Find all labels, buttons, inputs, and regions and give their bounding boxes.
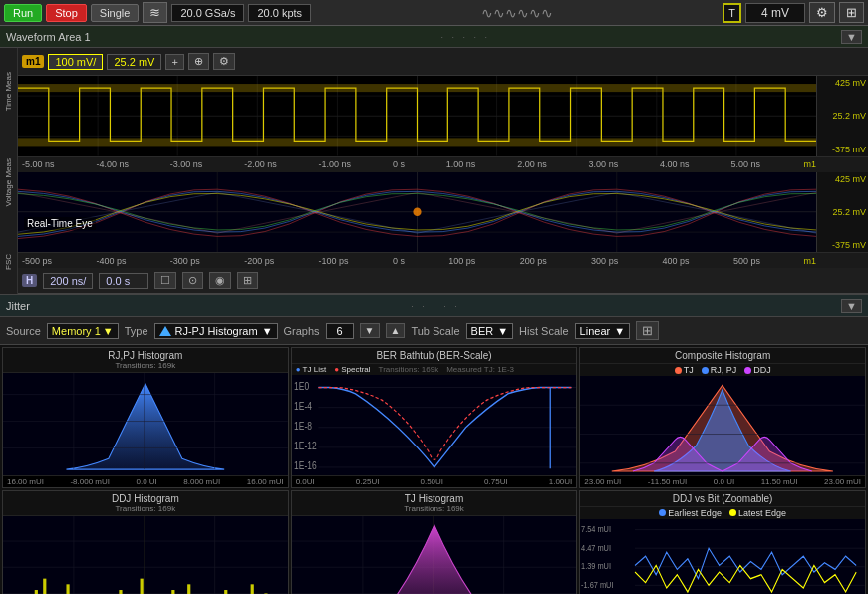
- tb3: -300 ps: [170, 256, 200, 266]
- tj-hist-subtitle: Transitions: 169k: [292, 504, 577, 513]
- time-axis-bottom: -500 ps -400 ps -300 ps -200 ps -100 ps …: [18, 252, 868, 268]
- t1: -5.00 ns: [22, 159, 55, 169]
- time-axis-top: -5.00 ns -4.00 ns -3.00 ns -2.00 ns -1.0…: [18, 156, 868, 172]
- waveform-area-title: Waveform Area 1: [6, 31, 91, 43]
- composite-hist-body[interactable]: [580, 376, 865, 475]
- utility-icon[interactable]: ⊞: [839, 2, 864, 23]
- ddj-vs-bit-body[interactable]: 7.54 mUI 4.47 mUI 1.39 mUI -1.67 mUI -4.…: [580, 519, 865, 595]
- svg-rect-54: [66, 584, 69, 594]
- rj-pj-hist-title: RJ,PJ Histogram Transitions: 169k: [3, 348, 288, 373]
- graphs-down-btn[interactable]: ▼: [360, 323, 380, 338]
- ber-bathtub-x-axis: 0.0UI 0.25UI 0.50UI 0.75UI 1.00UI: [292, 475, 577, 487]
- charts-grid: RJ,PJ Histogram Transitions: 169k: [0, 345, 868, 594]
- ddj-vs-bit-legend: Earliest Edge Latest Edge: [580, 507, 865, 519]
- horiz-position[interactable]: 0.0 s: [99, 273, 148, 289]
- ber-legend: ● TJ List ● Spectral Transitions: 169k M…: [292, 364, 577, 375]
- ddj-hist-body[interactable]: [3, 516, 288, 595]
- rj-pj-hist-subtitle: Transitions: 169k: [3, 361, 288, 370]
- horiz-ref-btn[interactable]: ⊙: [182, 272, 203, 289]
- type-select[interactable]: RJ-PJ Histogram ▼: [154, 323, 278, 339]
- time-labels-bottom: -500 ps -400 ps -300 ps -200 ps -100 ps …: [18, 256, 764, 266]
- graphs-value[interactable]: 6: [326, 323, 354, 339]
- svg-rect-65: [251, 584, 254, 594]
- svg-rect-56: [119, 590, 122, 594]
- latest-edge-dot: [729, 509, 736, 516]
- svg-text:-1.67 mUI: -1.67 mUI: [581, 579, 613, 590]
- tb11: 500 ps: [733, 256, 760, 266]
- ddj-vs-bit-svg: 7.54 mUI 4.47 mUI 1.39 mUI -1.67 mUI -4.…: [580, 519, 865, 595]
- rj-pj-histogram-chart: RJ,PJ Histogram Transitions: 169k: [2, 347, 289, 488]
- time-meas-label: Time Meas: [4, 72, 13, 111]
- horiz-time-div[interactable]: 200 ns/: [43, 273, 93, 289]
- svg-rect-12: [18, 84, 816, 92]
- fsc-label: FSC: [4, 254, 13, 270]
- waveform-collapse-button[interactable]: ▼: [841, 30, 862, 44]
- time-ref-bottom: m1: [764, 256, 816, 266]
- svg-text:7.54 mUI: 7.54 mUI: [581, 523, 611, 534]
- trigger-indicator: T: [723, 3, 741, 23]
- rj-pj-hist-body[interactable]: [3, 373, 288, 475]
- tb5: -100 ps: [319, 256, 349, 266]
- t9: 3.00 ns: [589, 159, 619, 169]
- eye-diagram-svg: [18, 172, 816, 253]
- horiz-lock-btn[interactable]: ☐: [154, 272, 176, 289]
- channel-zoom-btn[interactable]: ⊕: [188, 53, 209, 70]
- ddj-hist-svg: [3, 516, 288, 595]
- ddj-legend-dot: [744, 367, 751, 374]
- svg-rect-57: [141, 578, 144, 594]
- volt-bot-label: -375 mV: [819, 145, 866, 154]
- horiz-acq-btn[interactable]: ◉: [209, 272, 231, 289]
- eye-diagram-canvas[interactable]: Real-Time Eye: [18, 172, 816, 253]
- t4: -2.00 ns: [244, 159, 277, 169]
- source-select[interactable]: Memory 1 ▼: [47, 323, 119, 339]
- run-button[interactable]: Run: [4, 4, 42, 22]
- volt-eye-top: 425 mV: [819, 174, 866, 184]
- time-ref-top: m1: [764, 159, 816, 169]
- scope-trace-canvas[interactable]: [18, 76, 816, 156]
- ddj-hist-title: DDJ Histogram Transitions: 169k: [3, 491, 288, 516]
- earliest-edge-dot: [659, 509, 666, 516]
- channel-scale1[interactable]: 100 mV/: [48, 54, 103, 70]
- channel-add-btn[interactable]: +: [165, 54, 183, 70]
- jitter-config-btn[interactable]: ⊞: [636, 321, 659, 340]
- hist-scale-value: Linear: [580, 325, 611, 337]
- sidebar-labels: Time Meas Voltage Meas FSC: [0, 48, 18, 294]
- tj-hist-title: TJ Histogram Transitions: 169k: [292, 491, 577, 516]
- svg-rect-60: [187, 584, 190, 594]
- tub-scale-select[interactable]: BER ▼: [466, 323, 514, 339]
- ber-bathtub-body[interactable]: 1E0 1E-4 1E-8 1E-12 1E-16: [292, 375, 577, 475]
- t7: 1.00 ns: [446, 159, 476, 169]
- waveform-area-header: Waveform Area 1 · · · · · ▼: [0, 26, 868, 48]
- jitter-collapse-button[interactable]: ▼: [841, 299, 862, 313]
- ddj-vs-bit-title: DDJ vs Bit (Zoomable): [580, 491, 865, 507]
- stop-button[interactable]: Stop: [46, 4, 87, 22]
- hist-scale-select[interactable]: Linear ▼: [575, 323, 630, 339]
- svg-text:1.39 mUI: 1.39 mUI: [581, 560, 611, 571]
- channel-scale2[interactable]: 25.2 mV: [107, 54, 161, 70]
- tj-hist-body[interactable]: [292, 516, 577, 595]
- volt-eye-mid: 25.2 mV: [819, 207, 866, 217]
- single-button[interactable]: Single: [91, 4, 140, 22]
- source-dropdown-icon: ▼: [103, 325, 114, 337]
- waveform-dots: · · · · ·: [97, 32, 836, 42]
- upper-waveform-area: 425 mV 25.2 mV -375 mV: [18, 76, 868, 156]
- ddj-vs-bit-chart: DDJ vs Bit (Zoomable) Earliest Edge Late…: [579, 490, 866, 595]
- volt-eye-bot: -375 mV: [819, 240, 866, 250]
- rj-pj-hist-svg: [3, 373, 288, 475]
- horiz-config-btn[interactable]: ⊞: [237, 272, 258, 289]
- svg-text:1E-8: 1E-8: [294, 422, 312, 433]
- settings-icon[interactable]: ⚙: [809, 2, 835, 23]
- tub-scale-dropdown-icon: ▼: [497, 325, 508, 337]
- waveform-area: Time Meas Voltage Meas FSC m1 100 mV/ 25…: [0, 48, 868, 295]
- channel-config-btn[interactable]: ⚙: [213, 53, 235, 70]
- graphs-up-btn[interactable]: ▲: [386, 323, 406, 338]
- volt-mid-label: 25.2 mV: [819, 111, 866, 121]
- graphs-label: Graphs: [284, 325, 320, 337]
- rj-pj-hist-x-axis: 16.00 mUI -8.000 mUI 0.0 UI 8.000 mUI 16…: [3, 475, 288, 487]
- voltage-level-display[interactable]: 4 mV: [745, 3, 805, 23]
- auto-icon[interactable]: ≋: [143, 2, 167, 23]
- tb8: 200 ps: [520, 256, 547, 266]
- svg-rect-74: [580, 519, 865, 595]
- real-time-eye-label: Real-Time Eye: [24, 217, 96, 230]
- tj-legend-dot: [675, 367, 682, 374]
